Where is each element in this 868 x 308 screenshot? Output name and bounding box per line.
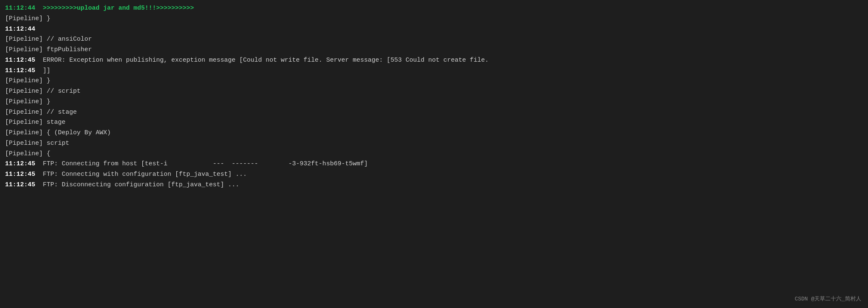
log-timestamp: 11:12:45 — [5, 160, 43, 167]
log-line: 11:12:45 ]] — [5, 66, 863, 76]
log-text: [Pipeline] script — [5, 140, 69, 147]
log-line: [Pipeline] stage — [5, 117, 863, 128]
log-text: [Pipeline] } — [5, 98, 50, 105]
log-text: [Pipeline] { — [5, 150, 50, 157]
log-timestamp: 11:12:45 — [5, 181, 43, 188]
log-text: 11:12:44 >>>>>>>>>upload jar and md5!!!>… — [5, 5, 194, 12]
log-text: [Pipeline] // stage — [5, 109, 77, 116]
log-line: 11:12:45 FTP: Connecting from host [test… — [5, 159, 863, 170]
log-line: 11:12:45 FTP: Connecting with configurat… — [5, 170, 863, 180]
log-text: [Pipeline] // ansiColor — [5, 36, 92, 43]
log-text: 11:12:44 — [5, 26, 35, 33]
log-line: [Pipeline] ftpPublisher — [5, 45, 863, 55]
log-line: 11:12:44 — [5, 24, 863, 35]
log-container: 11:12:44 >>>>>>>>>upload jar and md5!!!>… — [5, 3, 863, 191]
log-text: FTP: Disconnecting configuration [ftp_ja… — [43, 181, 239, 188]
log-text: [Pipeline] // script — [5, 88, 81, 95]
log-line: [Pipeline] // stage — [5, 107, 863, 118]
log-line: 11:12:45 FTP: Disconnecting configuratio… — [5, 180, 863, 191]
log-text: [Pipeline] ftpPublisher — [5, 46, 92, 53]
log-text: [Pipeline] stage — [5, 119, 65, 126]
log-line: [Pipeline] } — [5, 14, 863, 24]
log-text: FTP: Connecting with configuration [ftp_… — [43, 171, 247, 178]
log-line: 11:12:44 >>>>>>>>>upload jar and md5!!!>… — [5, 3, 863, 14]
log-text: [Pipeline] } — [5, 15, 50, 22]
log-text: [Pipeline] { (Deploy By AWX) — [5, 129, 111, 136]
log-timestamp: 11:12:45 — [5, 67, 43, 74]
log-line: [Pipeline] } — [5, 76, 863, 86]
log-timestamp: 11:12:45 — [5, 171, 43, 178]
watermark: CSDN @天草二十六_简村人 — [795, 295, 861, 304]
log-timestamp: 11:12:45 — [5, 57, 43, 64]
log-text: ERROR: Exception when publishing, except… — [43, 57, 489, 64]
log-line: [Pipeline] { — [5, 149, 863, 159]
log-line: 11:12:45 ERROR: Exception when publishin… — [5, 55, 863, 66]
log-line: [Pipeline] { (Deploy By AWX) — [5, 128, 863, 138]
log-line: [Pipeline] // ansiColor — [5, 34, 863, 45]
log-text: ]] — [43, 67, 50, 74]
log-line: [Pipeline] } — [5, 97, 863, 107]
log-line: [Pipeline] script — [5, 138, 863, 149]
log-text: FTP: Connecting from host [test-i --- --… — [43, 160, 368, 167]
log-line: [Pipeline] // script — [5, 86, 863, 97]
log-text: [Pipeline] } — [5, 77, 50, 84]
